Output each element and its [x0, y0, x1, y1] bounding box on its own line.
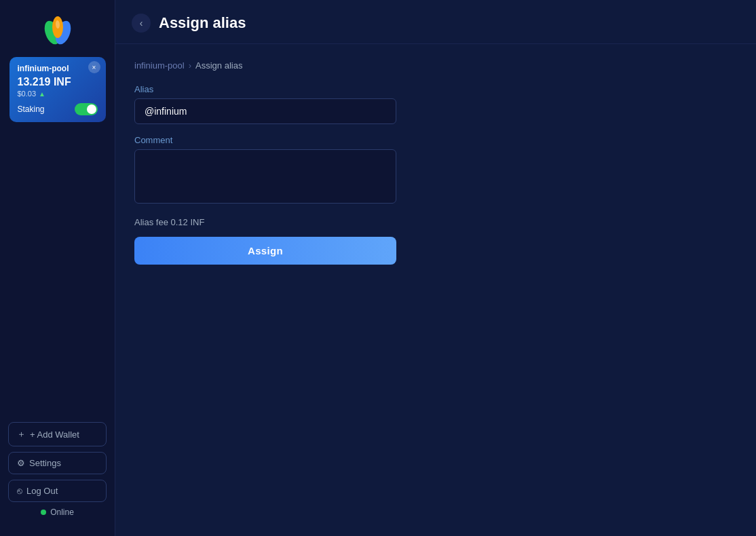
- fee-text: Alias fee 0.12 INF: [134, 217, 737, 227]
- comment-label: Comment: [134, 135, 737, 145]
- wallet-card: × infinium-pool 13.219 INF $0.03 ▲ Staki…: [10, 57, 106, 122]
- sidebar: × infinium-pool 13.219 INF $0.03 ▲ Staki…: [0, 0, 115, 536]
- page-title: Assign alias: [159, 14, 246, 32]
- sidebar-bottom: ＋ + Add Wallet ⚙ Settings ⎋ Log Out Onli…: [0, 422, 115, 536]
- content-area: infinium-pool › Assign alias Alias Comme…: [115, 44, 756, 536]
- main-content: ‹ Assign alias infinium-pool › Assign al…: [115, 0, 756, 536]
- breadcrumb-separator: ›: [189, 60, 191, 71]
- alias-label: Alias: [134, 84, 737, 94]
- online-status: Online: [8, 508, 107, 525]
- logout-label: Log Out: [26, 486, 58, 496]
- back-button[interactable]: ‹: [132, 14, 151, 33]
- trend-up-icon: ▲: [39, 90, 45, 98]
- chevron-left-icon: ‹: [140, 18, 143, 28]
- staking-label: Staking: [18, 104, 45, 114]
- staking-row: Staking: [18, 103, 98, 115]
- add-wallet-label: + Add Wallet: [30, 429, 79, 440]
- breadcrumb: infinium-pool › Assign alias: [134, 60, 737, 71]
- breadcrumb-current: Assign alias: [195, 60, 242, 71]
- app-logo: [39, 11, 77, 49]
- page-header: ‹ Assign alias: [115, 0, 756, 44]
- settings-label: Settings: [29, 458, 61, 468]
- add-wallet-button[interactable]: ＋ + Add Wallet: [8, 422, 107, 446]
- staking-toggle[interactable]: [75, 103, 98, 115]
- logout-icon: ⎋: [17, 486, 22, 496]
- assign-button[interactable]: Assign: [134, 237, 396, 265]
- logout-button[interactable]: ⎋ Log Out: [8, 480, 107, 502]
- breadcrumb-root[interactable]: infinium-pool: [134, 60, 185, 71]
- gear-icon: ⚙: [17, 458, 25, 468]
- alias-form-group: Alias: [134, 84, 737, 124]
- wallet-name: infinium-pool: [18, 64, 98, 73]
- online-indicator: [41, 510, 46, 515]
- comment-input[interactable]: [134, 149, 396, 204]
- comment-form-group: Comment: [134, 135, 737, 206]
- alias-input[interactable]: [134, 98, 396, 124]
- settings-button[interactable]: ⚙ Settings: [8, 452, 107, 474]
- online-label: Online: [50, 508, 74, 517]
- logo-area: [39, 11, 77, 49]
- plus-icon: ＋: [17, 428, 26, 440]
- wallet-balance: 13.219 INF: [18, 76, 98, 88]
- wallet-close-button[interactable]: ×: [88, 61, 100, 73]
- wallet-usd: $0.03 ▲: [18, 90, 98, 98]
